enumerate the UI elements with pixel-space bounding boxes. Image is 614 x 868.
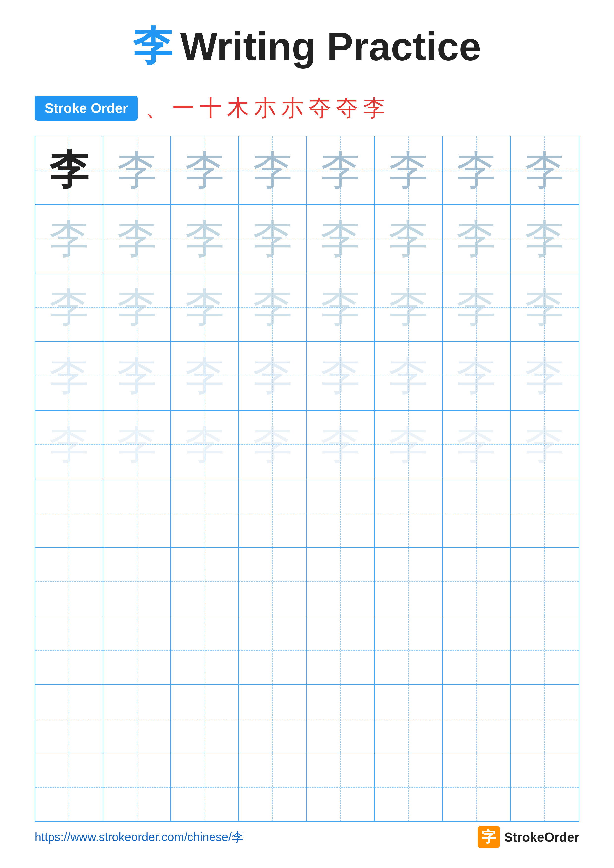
- grid-cell-8-4[interactable]: [239, 616, 307, 684]
- grid-cell-5-4[interactable]: 李: [239, 411, 307, 479]
- grid-cell-10-6[interactable]: [375, 753, 443, 821]
- grid-cell-7-8[interactable]: [511, 548, 578, 615]
- grid-cell-9-1[interactable]: [36, 685, 103, 753]
- grid-cell-6-4[interactable]: [239, 479, 307, 547]
- grid-cell-6-2[interactable]: [103, 479, 171, 547]
- char-display: 李: [253, 219, 292, 259]
- grid-cell-1-3[interactable]: 李: [171, 136, 239, 204]
- grid-cell-6-1[interactable]: [36, 479, 103, 547]
- grid-cell-7-5[interactable]: [307, 548, 375, 615]
- grid-cell-3-6[interactable]: 李: [375, 273, 443, 341]
- grid-cell-6-3[interactable]: [171, 479, 239, 547]
- grid-cell-7-3[interactable]: [171, 548, 239, 615]
- grid-cell-6-7[interactable]: [443, 479, 511, 547]
- grid-cell-3-2[interactable]: 李: [103, 273, 171, 341]
- grid-cell-3-3[interactable]: 李: [171, 273, 239, 341]
- grid-cell-4-1[interactable]: 李: [36, 342, 103, 410]
- grid-cell-2-6[interactable]: 李: [375, 205, 443, 273]
- grid-cell-10-4[interactable]: [239, 753, 307, 821]
- grid-cell-2-4[interactable]: 李: [239, 205, 307, 273]
- grid-cell-8-7[interactable]: [443, 616, 511, 684]
- grid-cell-4-8[interactable]: 李: [511, 342, 578, 410]
- grid-cell-10-7[interactable]: [443, 753, 511, 821]
- grid-cell-10-2[interactable]: [103, 753, 171, 821]
- grid-cell-7-1[interactable]: [36, 548, 103, 615]
- char-display: 李: [525, 425, 564, 465]
- grid-cell-9-3[interactable]: [171, 685, 239, 753]
- grid-cell-1-2[interactable]: 李: [103, 136, 171, 204]
- char-display: 李: [185, 288, 225, 327]
- grid-cell-2-5[interactable]: 李: [307, 205, 375, 273]
- grid-cell-3-4[interactable]: 李: [239, 273, 307, 341]
- grid-cell-3-5[interactable]: 李: [307, 273, 375, 341]
- grid-cell-1-6[interactable]: 李: [375, 136, 443, 204]
- grid-cell-7-7[interactable]: [443, 548, 511, 615]
- grid-cell-4-7[interactable]: 李: [443, 342, 511, 410]
- grid-cell-4-6[interactable]: 李: [375, 342, 443, 410]
- grid-cell-2-3[interactable]: 李: [171, 205, 239, 273]
- char-display: 李: [321, 425, 361, 465]
- char-display: 李: [185, 219, 225, 259]
- grid-cell-3-1[interactable]: 李: [36, 273, 103, 341]
- char-display: 李: [253, 356, 292, 396]
- grid-cell-2-2[interactable]: 李: [103, 205, 171, 273]
- grid-cell-5-2[interactable]: 李: [103, 411, 171, 479]
- grid-cell-2-7[interactable]: 李: [443, 205, 511, 273]
- grid-row-6: [36, 479, 578, 548]
- grid-cell-10-5[interactable]: [307, 753, 375, 821]
- stroke-1: 、: [145, 93, 168, 123]
- grid-cell-8-8[interactable]: [511, 616, 578, 684]
- grid-cell-2-8[interactable]: 李: [511, 205, 578, 273]
- grid-cell-6-6[interactable]: [375, 479, 443, 547]
- grid-cell-3-7[interactable]: 李: [443, 273, 511, 341]
- grid-row-9: [36, 685, 578, 753]
- grid-cell-6-5[interactable]: [307, 479, 375, 547]
- stroke-order-badge: Stroke Order: [35, 96, 138, 121]
- grid-cell-5-5[interactable]: 李: [307, 411, 375, 479]
- grid-cell-5-1[interactable]: 李: [36, 411, 103, 479]
- grid-row-2: 李 李 李 李 李 李 李 李: [36, 205, 578, 273]
- grid-cell-4-2[interactable]: 李: [103, 342, 171, 410]
- grid-cell-8-6[interactable]: [375, 616, 443, 684]
- grid-cell-1-7[interactable]: 李: [443, 136, 511, 204]
- grid-cell-9-5[interactable]: [307, 685, 375, 753]
- grid-cell-5-8[interactable]: 李: [511, 411, 578, 479]
- grid-cell-9-8[interactable]: [511, 685, 578, 753]
- grid-cell-9-4[interactable]: [239, 685, 307, 753]
- char-display: 李: [49, 425, 89, 465]
- grid-cell-9-6[interactable]: [375, 685, 443, 753]
- grid-cell-4-3[interactable]: 李: [171, 342, 239, 410]
- grid-cell-4-5[interactable]: 李: [307, 342, 375, 410]
- char-display: 李: [117, 219, 157, 259]
- char-display: 李: [117, 425, 157, 465]
- grid-cell-3-8[interactable]: 李: [511, 273, 578, 341]
- grid-cell-7-2[interactable]: [103, 548, 171, 615]
- char-display: 李: [525, 288, 564, 327]
- grid-cell-6-8[interactable]: [511, 479, 578, 547]
- grid-cell-1-1[interactable]: 李: [36, 136, 103, 204]
- grid-cell-5-7[interactable]: 李: [443, 411, 511, 479]
- grid-cell-8-5[interactable]: [307, 616, 375, 684]
- char-display: 李: [49, 219, 89, 259]
- grid-cell-10-8[interactable]: [511, 753, 578, 821]
- footer-url[interactable]: https://www.strokeorder.com/chinese/李: [35, 829, 244, 845]
- grid-cell-4-4[interactable]: 李: [239, 342, 307, 410]
- grid-cell-10-3[interactable]: [171, 753, 239, 821]
- grid-cell-5-3[interactable]: 李: [171, 411, 239, 479]
- grid-cell-8-1[interactable]: [36, 616, 103, 684]
- grid-cell-9-7[interactable]: [443, 685, 511, 753]
- grid-cell-9-2[interactable]: [103, 685, 171, 753]
- grid-cell-7-4[interactable]: [239, 548, 307, 615]
- grid-cell-10-1[interactable]: [36, 753, 103, 821]
- grid-cell-1-5[interactable]: 李: [307, 136, 375, 204]
- grid-cell-1-8[interactable]: 李: [511, 136, 578, 204]
- grid-cell-2-1[interactable]: 李: [36, 205, 103, 273]
- char-display: 李: [253, 425, 292, 465]
- grid-cell-8-3[interactable]: [171, 616, 239, 684]
- char-display: 李: [389, 288, 428, 327]
- char-display: 李: [49, 150, 89, 190]
- grid-cell-5-6[interactable]: 李: [375, 411, 443, 479]
- grid-cell-8-2[interactable]: [103, 616, 171, 684]
- grid-cell-1-4[interactable]: 李: [239, 136, 307, 204]
- grid-cell-7-6[interactable]: [375, 548, 443, 615]
